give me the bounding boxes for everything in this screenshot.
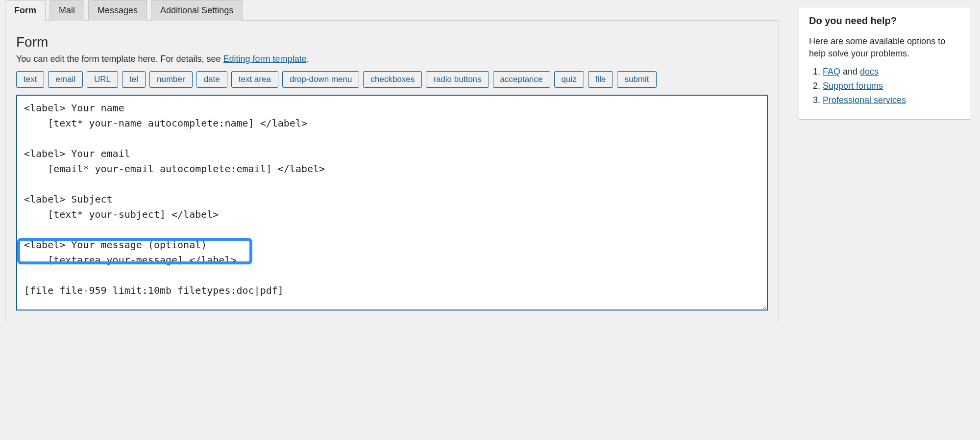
form-editor-wrap <box>16 95 768 313</box>
editing-form-template-link[interactable]: Editing form template <box>223 54 307 64</box>
docs-link[interactable]: docs <box>860 67 879 77</box>
tag-checkboxes-button[interactable]: checkboxes <box>363 71 422 88</box>
tab-messages[interactable]: Messages <box>88 0 147 21</box>
help-list: FAQ and docs Support forums Professional… <box>809 67 960 105</box>
tab-additional-settings[interactable]: Additional Settings <box>151 0 243 21</box>
section-description: You can edit the form template here. For… <box>16 54 768 64</box>
tag-quiz-button[interactable]: quiz <box>554 71 584 88</box>
tag-textarea-button[interactable]: text area <box>231 71 278 88</box>
tag-date-button[interactable]: date <box>196 71 227 88</box>
support-forums-link[interactable]: Support forums <box>823 81 883 91</box>
tab-form[interactable]: Form <box>5 0 46 21</box>
help-item-support: Support forums <box>823 81 960 91</box>
section-title: Form <box>16 34 768 50</box>
professional-services-link[interactable]: Professional services <box>823 95 906 105</box>
tag-file-button[interactable]: file <box>588 71 613 88</box>
tag-dropdown-button[interactable]: drop-down menu <box>282 71 360 88</box>
help-box: Do you need help? Here are some availabl… <box>799 7 970 120</box>
desc-text-suffix: . <box>307 54 309 64</box>
help-intro: Here are some available options to help … <box>809 35 960 60</box>
faq-link[interactable]: FAQ <box>823 67 840 77</box>
form-template-editor[interactable] <box>16 95 768 311</box>
tag-tel-button[interactable]: tel <box>122 71 146 88</box>
tag-acceptance-button[interactable]: acceptance <box>493 71 550 88</box>
tag-number-button[interactable]: number <box>149 71 193 88</box>
tag-url-button[interactable]: URL <box>87 71 118 88</box>
desc-text-prefix: You can edit the form template here. For… <box>16 54 223 64</box>
tag-email-button[interactable]: email <box>48 71 83 88</box>
tag-radio-button[interactable]: radio buttons <box>426 71 489 88</box>
help-item-pro: Professional services <box>823 95 960 105</box>
form-panel: Form You can edit the form template here… <box>5 20 779 324</box>
help-item-faq-docs: FAQ and docs <box>823 67 960 77</box>
tab-bar: Form Mail Messages Additional Settings <box>5 0 779 21</box>
help-title: Do you need help? <box>809 15 960 26</box>
tag-generator-row: text email URL tel number date text area… <box>16 71 768 88</box>
tab-mail[interactable]: Mail <box>49 0 84 21</box>
tag-text-button[interactable]: text <box>16 71 44 88</box>
tag-submit-button[interactable]: submit <box>617 71 656 88</box>
faq-and-text: and <box>840 67 860 77</box>
